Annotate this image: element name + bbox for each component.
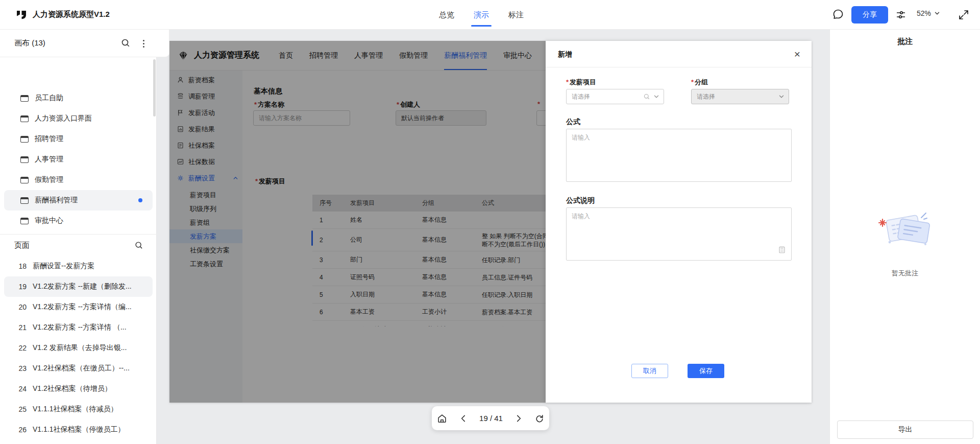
pages-header: 页面 [14,241,30,250]
formula-label: 公式 [566,118,580,127]
canvas-header-title: 画布 (13) [14,38,45,48]
canvas-list-item[interactable]: 招聘管理 [0,129,157,149]
export-button[interactable]: 导出 [837,420,973,439]
select-placeholder: 请选择 [572,92,643,101]
share-button[interactable]: 分享 [851,6,888,24]
page-label: 薪酬设置--发薪方案 [33,262,94,271]
mode-tab[interactable]: 演示 [474,0,489,30]
settings-sliders-icon[interactable] [895,9,907,21]
next-page-icon[interactable] [514,414,523,423]
mode-tab[interactable]: 总览 [439,0,454,30]
fullscreen-icon[interactable] [958,9,970,21]
canvas-list-item[interactable]: 审批中心 [0,211,157,231]
close-icon[interactable]: × [794,48,800,61]
project-title: 人力资源系统原型V1.2 [33,10,110,19]
page-label: V1.2社保档案（待增员） [33,384,112,393]
page-label: V1.1.1社保档案（停缴员工） [33,425,125,434]
canvas-item-label: 假勤管理 [35,175,63,184]
canvas-item-label: 薪酬福利管理 [35,196,78,205]
page-number: 22 [0,344,27,352]
comments-title: 批注 [830,37,980,46]
page-label: V1.2发薪方案 --方案详情 （... [33,323,127,332]
formula-textarea[interactable] [567,129,791,181]
left-sidebar: 员工自助 人力资源入口界面 招聘管理 人事管理 假勤管理 薪酬福利管理 [0,30,157,444]
page-label: V1.1.1社保档案（待减员） [33,405,117,414]
empty-comments-text: 暂无批注 [830,269,980,278]
chevron-down-icon [778,94,785,100]
formula-textarea-wrap [566,129,792,182]
add-item-modal: 新增 × 发薪项目 请选择 分组 请选择 公式 公式说明 取消 保存 [546,41,812,403]
modal-title: 新增 [558,50,572,59]
pay-item-select[interactable]: 请选择 [566,89,664,104]
mode-tabs: 总览演示标注 [439,0,524,30]
chevron-down-icon [653,94,659,100]
page-number: 21 [0,323,27,332]
canvas-item-label: 员工自助 [35,94,63,103]
canvas-list-item[interactable]: 人力资源入口界面 [0,108,157,129]
canvas-list: 员工自助 人力资源入口界面 招聘管理 人事管理 假勤管理 薪酬福利管理 [0,88,157,231]
page-number: 26 [0,426,27,434]
page-list-item[interactable]: 26 V1.1.1社保档案（停缴员工） [0,419,157,440]
page-number: 25 [0,405,27,413]
canvas-list-item[interactable]: 员工自助 [0,88,157,108]
canvas-list-item[interactable]: 假勤管理 [0,170,157,190]
pages-list: 18 薪酬设置--发薪方案 19 V1.2发薪方案 --新建（删除发... 20… [0,256,157,444]
frame-icon [20,197,29,204]
group-select[interactable]: 请选择 [691,89,789,104]
canvas-search-icon[interactable] [120,38,131,48]
frame-icon [20,115,29,122]
top-bar: 人力资源系统原型V1.2 总览演示标注 分享 52% [0,0,980,30]
comments-panel: 批注 暂无批注 导出 [829,30,980,444]
frame-icon [20,177,29,183]
canvas-item-label: 审批中心 [35,216,63,225]
page-list-item[interactable]: 24 V1.2社保档案（待增员） [0,379,157,399]
page-list-item[interactable]: 22 V1.2 发薪结果（去掉导出银... [0,338,157,358]
replay-icon[interactable] [534,413,545,424]
select-placeholder: 请选择 [697,92,778,101]
frame-icon [20,156,29,163]
formula-desc-textarea[interactable] [567,208,791,260]
frame-icon [20,218,29,224]
pages-search-icon[interactable] [134,241,143,250]
page-list-item[interactable]: 27 V1.2社保数据（点击年月直接... [0,440,157,444]
page-list-item[interactable]: 18 薪酬设置--发薪方案 [0,256,157,276]
zoom-control[interactable]: 52% [917,9,940,17]
page-list-item[interactable]: 25 V1.1.1社保档案（待减员） [0,399,157,419]
formula-desc-label: 公式说明 [566,196,595,205]
canvas-item-label: 人力资源入口界面 [35,114,92,123]
modal-save-button[interactable]: 保存 [688,364,724,378]
kebab-menu-icon[interactable] [139,38,148,49]
page-number: 18 [0,262,27,270]
zoom-level: 52% [917,9,931,17]
page-list-item[interactable]: 23 V1.2社保档案（在缴员工）--... [0,358,157,379]
page-list-item[interactable]: 21 V1.2发薪方案 --方案详情 （... [0,317,157,338]
chevron-down-icon [934,10,940,16]
page-list-item[interactable]: 20 V1.2发薪方案 --方案详情（编... [0,297,157,317]
empty-state-illustration [872,203,938,252]
page-label: V1.2社保档案（在缴员工）--... [33,364,130,373]
page-number: 23 [0,364,27,372]
mode-tab[interactable]: 标注 [508,0,524,30]
modal-cancel-button[interactable]: 取消 [631,364,668,378]
frame-icon [20,136,29,143]
canvas-item-label: 人事管理 [35,155,63,164]
canvas-list-item[interactable]: 人事管理 [0,149,157,170]
search-icon [643,93,650,100]
formula-desc-textarea-wrap [566,207,792,261]
prev-page-icon[interactable] [459,414,468,423]
home-icon[interactable] [436,413,448,424]
app-logo-icon [15,9,28,21]
canvas-panel-header: 画布 (13) [0,30,169,57]
pages-section: 页面 18 薪酬设置--发薪方案 19 V1.2发薪方案 --新建（删除发...… [0,234,157,444]
page-number: 19 [4,283,27,291]
pay-item-label: 发薪项目 [566,78,596,87]
page-label: V1.2 发薪结果（去掉导出银... [33,343,127,353]
sidebar-scrollbar[interactable] [153,59,156,116]
player-pager: 19 / 41 [432,406,549,430]
page-label: V1.2发薪方案 --方案详情（编... [33,302,132,312]
calculator-icon[interactable] [778,246,786,254]
page-position: 19 / 41 [479,414,503,423]
page-list-item[interactable]: 19 V1.2发薪方案 --新建（删除发... [4,276,153,297]
comments-bubble-icon[interactable] [832,8,844,20]
canvas-list-item[interactable]: 薪酬福利管理 [4,190,153,211]
